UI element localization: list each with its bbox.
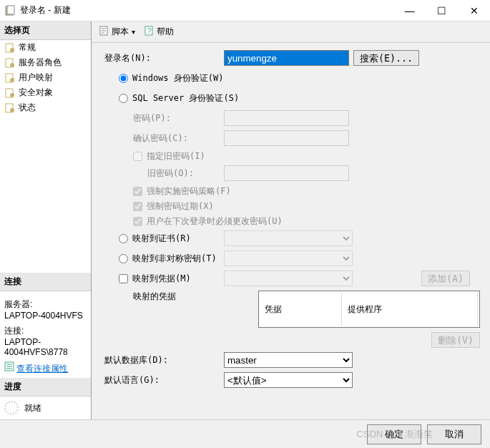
map-cert-radio-label[interactable]: 映射到证书(R) bbox=[99, 233, 224, 245]
toolbar: 脚本 ▾ ? 帮助 bbox=[92, 21, 490, 43]
confirm-password-label: 确认密码(C): bbox=[99, 132, 224, 145]
nav-server-roles[interactable]: 服务器角色 bbox=[0, 55, 91, 70]
sidebar: 选择页 常规 服务器角色 用户映射 安全对象 状态 bbox=[0, 21, 92, 419]
cancel-button[interactable]: 取消 bbox=[427, 424, 481, 444]
help-button[interactable]: ? 帮助 bbox=[141, 24, 177, 40]
nav-securables[interactable]: 安全对象 bbox=[0, 85, 91, 100]
cert-select bbox=[224, 230, 353, 246]
conn-label: 连接: bbox=[4, 325, 87, 337]
view-connection-properties-link[interactable]: 查看连接属性 bbox=[16, 364, 68, 374]
svg-text:?: ? bbox=[147, 27, 152, 35]
app-icon bbox=[4, 5, 16, 16]
help-icon: ? bbox=[144, 25, 155, 39]
svg-point-5 bbox=[10, 63, 14, 67]
must-change-check: 用户在下次登录时必须更改密码(U) bbox=[99, 215, 480, 228]
windows-auth-radio[interactable] bbox=[119, 74, 128, 83]
ok-button[interactable]: 确定 bbox=[367, 424, 421, 444]
chevron-down-icon: ▾ bbox=[132, 28, 135, 36]
spinner-icon bbox=[4, 401, 19, 415]
main-panel: 脚本 ▾ ? 帮助 登录名(N): 搜索(E)... Windows 身份验证(… bbox=[92, 21, 490, 419]
default-db-label: 默认数据库(D): bbox=[99, 354, 224, 366]
select-page-header: 选择页 bbox=[0, 21, 91, 40]
remove-button: 删除(V) bbox=[431, 332, 480, 348]
close-button[interactable]: ✕ bbox=[458, 0, 490, 21]
page-icon bbox=[4, 102, 16, 114]
nav-status[interactable]: 状态 bbox=[0, 100, 91, 115]
specify-old-password-check: 指定旧密码(I) bbox=[99, 150, 480, 162]
svg-point-11 bbox=[10, 108, 14, 112]
provider-col-header: 提供程序 bbox=[343, 293, 478, 326]
svg-point-7 bbox=[10, 78, 14, 82]
script-button[interactable]: 脚本 ▾ bbox=[96, 24, 138, 40]
windows-auth-radio-label[interactable]: Windows 身份验证(W) bbox=[99, 72, 224, 84]
login-name-input[interactable] bbox=[224, 50, 349, 66]
must-change-checkbox bbox=[133, 217, 142, 226]
password-label: 密码(P): bbox=[99, 112, 224, 125]
connection-header: 连接 bbox=[0, 273, 91, 291]
minimize-button[interactable]: — bbox=[393, 0, 426, 21]
maximize-button[interactable]: ☐ bbox=[426, 0, 458, 21]
map-cred-checkbox[interactable] bbox=[119, 274, 128, 283]
connection-info: 服务器: LAPTOP-4004HVFS 连接: LAPTOP-4004HVFS… bbox=[0, 291, 91, 378]
ready-label: 就绪 bbox=[24, 402, 41, 414]
page-icon bbox=[4, 87, 16, 99]
add-button: 添加(A) bbox=[421, 271, 470, 286]
cred-col-header: 凭据 bbox=[260, 293, 342, 326]
properties-icon bbox=[4, 364, 14, 374]
default-lang-label: 默认语言(G): bbox=[99, 374, 224, 386]
map-asym-radio[interactable] bbox=[119, 254, 128, 263]
window-title: 登录名 - 新建 bbox=[20, 4, 393, 16]
map-cert-radio[interactable] bbox=[119, 234, 128, 243]
footer: CSDN @ω 渐渐笑 确定 取消 bbox=[0, 419, 490, 448]
map-asym-radio-label[interactable]: 映射到非对称密钥(T) bbox=[99, 253, 224, 265]
enforce-policy-checkbox bbox=[133, 187, 142, 196]
specify-old-password-checkbox bbox=[133, 152, 142, 161]
login-name-label: 登录名(N): bbox=[99, 52, 224, 64]
sql-auth-radio-label[interactable]: SQL Server 身份验证(S) bbox=[99, 92, 239, 104]
cred-select bbox=[224, 271, 353, 286]
enforce-expiry-check: 强制密码过期(X) bbox=[99, 200, 480, 213]
svg-point-9 bbox=[10, 93, 14, 97]
title-bar: 登录名 - 新建 — ☐ ✕ bbox=[0, 0, 490, 21]
progress-status: 就绪 bbox=[0, 396, 91, 419]
server-value: LAPTOP-4004HVFS bbox=[4, 311, 87, 321]
mapped-creds-label: 映射的凭据 bbox=[99, 291, 224, 303]
page-icon bbox=[4, 42, 16, 54]
enforce-expiry-checkbox bbox=[133, 202, 142, 211]
nav-user-mapping[interactable]: 用户映射 bbox=[0, 70, 91, 85]
svg-point-3 bbox=[10, 48, 14, 52]
password-input bbox=[224, 110, 349, 126]
default-lang-select[interactable]: <默认值> bbox=[224, 372, 353, 388]
credentials-table: 凭据提供程序 bbox=[258, 291, 480, 328]
svg-rect-1 bbox=[7, 6, 14, 14]
page-icon bbox=[4, 72, 16, 84]
search-button[interactable]: 搜索(E)... bbox=[353, 50, 419, 66]
asym-select bbox=[224, 250, 353, 266]
enforce-policy-check: 强制实施密码策略(F) bbox=[99, 185, 480, 198]
sql-auth-radio[interactable] bbox=[119, 94, 128, 103]
default-db-select[interactable]: master bbox=[224, 352, 353, 368]
map-cred-check-label[interactable]: 映射到凭据(M) bbox=[99, 273, 224, 285]
page-icon bbox=[4, 57, 16, 69]
confirm-password-input bbox=[224, 130, 349, 146]
old-password-label: 旧密码(O): bbox=[99, 167, 224, 180]
progress-header: 进度 bbox=[0, 378, 91, 396]
nav-general[interactable]: 常规 bbox=[0, 40, 91, 55]
server-label: 服务器: bbox=[4, 298, 87, 311]
conn-value: LAPTOP-4004HVFS\8778 bbox=[4, 337, 87, 357]
script-icon bbox=[99, 25, 110, 39]
old-password-input bbox=[224, 165, 349, 181]
